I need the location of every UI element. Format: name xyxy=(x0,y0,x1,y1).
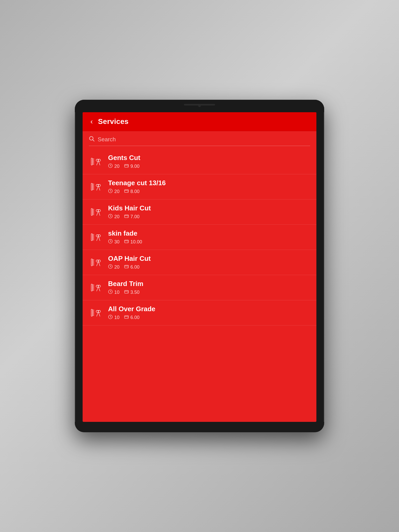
svg-point-0 xyxy=(90,137,93,140)
service-meta: 20 7.00 xyxy=(108,214,310,220)
svg-line-12 xyxy=(98,161,100,165)
svg-rect-85 xyxy=(125,290,129,293)
service-duration: 30 xyxy=(108,239,119,245)
svg-rect-30 xyxy=(91,208,92,215)
service-item[interactable]: Gents Cut 20 9.00 xyxy=(83,149,316,174)
price-icon xyxy=(124,264,129,270)
service-name: Kids Hair Cut xyxy=(108,204,310,212)
svg-line-26 xyxy=(98,186,100,190)
service-details: Beard Trim 10 3.50 xyxy=(108,280,310,295)
app-screen: ‹ Services xyxy=(83,112,316,422)
service-item[interactable]: All Over Grade 10 6.00 xyxy=(83,300,316,325)
duration-value: 10 xyxy=(114,315,119,320)
barber-icon xyxy=(89,255,103,269)
camera-dot xyxy=(198,104,201,107)
svg-line-39 xyxy=(97,211,98,215)
clock-icon xyxy=(108,315,113,321)
svg-rect-15 xyxy=(125,164,129,167)
service-price: 7.00 xyxy=(124,214,139,220)
svg-line-81 xyxy=(97,287,98,291)
svg-rect-72 xyxy=(91,284,92,291)
clock-icon xyxy=(108,264,113,270)
service-details: Gents Cut 20 9.00 xyxy=(108,154,310,169)
service-duration: 20 xyxy=(108,214,119,220)
duration-value: 20 xyxy=(114,214,119,220)
clock-icon xyxy=(108,163,113,169)
service-item[interactable]: skin fade 30 10.00 xyxy=(83,225,316,250)
service-details: OAP Hair Cut 20 6.00 xyxy=(108,255,310,270)
service-meta: 10 3.50 xyxy=(108,289,310,295)
price-icon xyxy=(124,315,129,321)
price-value: 9.00 xyxy=(130,164,139,169)
svg-rect-44 xyxy=(91,234,92,241)
service-details: Kids Hair Cut 20 7.00 xyxy=(108,204,310,220)
page-title: Services xyxy=(98,117,129,126)
service-meta: 20 8.00 xyxy=(108,189,310,195)
search-input[interactable] xyxy=(98,136,310,143)
back-button[interactable]: ‹ xyxy=(90,118,93,125)
price-icon xyxy=(124,289,129,295)
service-duration: 20 xyxy=(108,189,119,195)
barber-icon xyxy=(89,230,103,244)
price-icon xyxy=(124,239,129,245)
price-value: 8.00 xyxy=(130,189,139,194)
service-name: skin fade xyxy=(108,229,310,237)
barber-icon xyxy=(89,155,103,169)
service-price: 9.00 xyxy=(124,163,139,169)
price-icon xyxy=(124,163,129,169)
service-duration: 20 xyxy=(108,163,119,169)
service-meta: 20 9.00 xyxy=(108,163,310,169)
price-icon xyxy=(124,214,129,220)
svg-line-54 xyxy=(98,236,100,241)
svg-rect-29 xyxy=(125,190,129,192)
svg-line-82 xyxy=(98,287,100,291)
service-details: Teenage cut 13/16 20 8.00 xyxy=(108,179,310,195)
service-price: 10.00 xyxy=(124,239,142,245)
service-details: All Over Grade 10 6.00 xyxy=(108,305,310,321)
service-details: skin fade 30 10.00 xyxy=(108,229,310,245)
duration-value: 20 xyxy=(114,264,119,270)
clock-icon xyxy=(108,189,113,195)
price-icon xyxy=(124,189,129,195)
barber-icon xyxy=(89,281,103,295)
duration-value: 30 xyxy=(114,239,119,245)
svg-rect-2 xyxy=(91,158,92,165)
service-item[interactable]: Teenage cut 13/16 20 8.00 xyxy=(83,174,316,200)
service-item[interactable]: Kids Hair Cut 20 7.00 xyxy=(83,200,316,225)
service-item[interactable]: Beard Trim 10 3.50 xyxy=(83,275,316,300)
camera-area xyxy=(75,100,324,112)
svg-line-11 xyxy=(97,161,98,165)
service-name: Teenage cut 13/16 xyxy=(108,179,310,187)
svg-rect-16 xyxy=(91,183,92,190)
price-value: 10.00 xyxy=(130,239,142,245)
svg-line-53 xyxy=(97,236,98,241)
svg-rect-71 xyxy=(125,265,129,268)
price-value: 6.00 xyxy=(130,264,139,270)
service-name: Gents Cut xyxy=(108,154,310,162)
duration-value: 20 xyxy=(114,164,119,169)
service-item[interactable]: OAP Hair Cut 20 6.00 xyxy=(83,250,316,275)
service-meta: 10 6.00 xyxy=(108,315,310,321)
svg-rect-99 xyxy=(125,316,129,318)
service-duration: 10 xyxy=(108,315,119,321)
svg-line-95 xyxy=(97,312,98,316)
barber-icon xyxy=(89,205,103,219)
services-list: Gents Cut 20 9.00 xyxy=(83,149,316,422)
price-value: 7.00 xyxy=(130,214,139,220)
svg-line-67 xyxy=(97,262,98,266)
tablet-bottom-bezel xyxy=(75,422,324,432)
service-name: OAP Hair Cut xyxy=(108,255,310,263)
barber-icon xyxy=(89,306,103,320)
service-name: All Over Grade xyxy=(108,305,310,313)
duration-value: 10 xyxy=(114,290,119,295)
search-container xyxy=(83,131,316,149)
clock-icon xyxy=(108,289,113,295)
search-bar xyxy=(89,136,310,146)
svg-rect-43 xyxy=(125,215,129,218)
clock-icon xyxy=(108,214,113,220)
service-meta: 20 6.00 xyxy=(108,264,310,270)
duration-value: 20 xyxy=(114,189,119,194)
price-value: 6.00 xyxy=(130,315,139,320)
service-duration: 10 xyxy=(108,289,119,295)
service-name: Beard Trim xyxy=(108,280,310,288)
